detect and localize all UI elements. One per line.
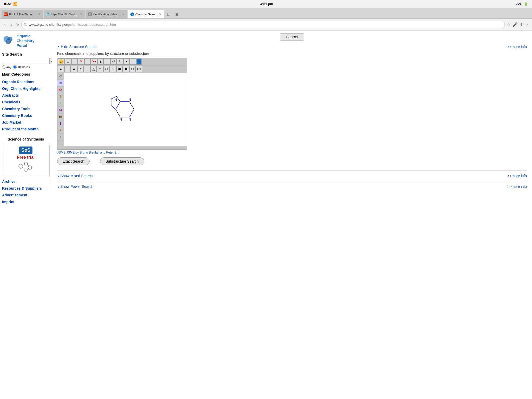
- reload-button[interactable]: ↻: [16, 23, 19, 27]
- jsme-pent-btn[interactable]: ⬠: [103, 66, 110, 72]
- sidebar-item-imprint[interactable]: Imprint: [2, 198, 50, 205]
- top-search-button[interactable]: Search: [280, 33, 304, 41]
- jsme-arrow-btn[interactable]: ⇐: [58, 66, 64, 72]
- jsme-oct-btn[interactable]: ⬡: [129, 66, 136, 72]
- share-button[interactable]: ⬆: [520, 22, 523, 27]
- jsme-sep1: [71, 58, 78, 65]
- jsme-info-btn[interactable]: i: [136, 58, 142, 65]
- jsme-elem-O[interactable]: O: [57, 87, 64, 93]
- radio-any-option[interactable]: any: [2, 65, 11, 69]
- tab4-label: Chemical Search: [135, 13, 157, 16]
- radio-any[interactable]: [2, 65, 5, 69]
- more-info-link-1[interactable]: >>more info: [507, 45, 527, 49]
- sidebar-item-resources[interactable]: Resources & Suppliers: [2, 185, 50, 192]
- jsme-elem-P[interactable]: P: [57, 127, 64, 134]
- show-power-search-link[interactable]: ∨ Show Power Search: [57, 184, 93, 189]
- jsme-hex2-btn[interactable]: ⬢: [116, 66, 123, 72]
- hide-structure-link[interactable]: ∧ Hide Structure Search: [57, 45, 97, 49]
- jsme-delete-r-btn[interactable]: ✕R: [91, 58, 97, 65]
- jsme-elem-F[interactable]: F: [57, 100, 64, 107]
- exact-search-button[interactable]: Exact Search: [57, 157, 90, 165]
- jsme-elem-X[interactable]: X: [57, 134, 64, 141]
- tab4-close[interactable]: ✕: [159, 12, 162, 16]
- sidebar-item-organic-reactions[interactable]: Organic Reactions: [2, 78, 50, 85]
- jsme-elem-N[interactable]: N: [57, 80, 64, 87]
- jsme-single-bond[interactable]: —: [64, 66, 71, 72]
- jsme-link[interactable]: JSME: [57, 151, 65, 154]
- tab2-close[interactable]: ✕: [80, 12, 83, 16]
- svg-line-8: [23, 164, 24, 165]
- substructure-search-button[interactable]: Substructure Search: [100, 157, 144, 165]
- sidebar-item-org-chem[interactable]: Org. Chem. Highlights: [2, 85, 50, 92]
- new-tab-button[interactable]: □: [165, 10, 172, 18]
- jsme-triangle-btn[interactable]: △: [90, 66, 97, 72]
- sidebar-item-chemicals[interactable]: Chemicals: [2, 99, 50, 105]
- jsme-aromatic-btn[interactable]: ~: [84, 66, 90, 72]
- jsme-elem-C[interactable]: C: [57, 73, 64, 80]
- back-button[interactable]: ‹: [3, 21, 7, 28]
- jsme-editor[interactable]: 😊 □ ✕ ✕R ± ↺ ↻ ✕ i ⇐ —: [57, 58, 187, 150]
- site-search-go-button[interactable]: >>: [49, 58, 52, 64]
- url-bar[interactable]: ⓘ www.organic-chemistry.org/chemicals/st…: [21, 21, 505, 28]
- jsme-smile-btn[interactable]: 😊: [58, 58, 65, 65]
- jsme-elem-Cl[interactable]: Cl: [57, 107, 64, 114]
- tab1-close[interactable]: ✕: [38, 12, 41, 16]
- sidebar-item-abstracts[interactable]: Abstracts: [2, 92, 50, 99]
- sidebar-item-archive[interactable]: Archive: [2, 178, 50, 185]
- jsme-pm-btn[interactable]: ±: [97, 58, 104, 65]
- main-categories-title: Main Categories: [2, 72, 50, 76]
- tab-grid-button[interactable]: ⊞: [173, 10, 181, 18]
- bookmark-button[interactable]: ☆: [507, 22, 510, 27]
- jsme-redo-btn[interactable]: ↻: [117, 58, 123, 65]
- jsme-triple-bond[interactable]: ≡: [77, 66, 84, 72]
- tab-2[interactable]: 🌐 https://doc-0c-3s-docs.go... ✕: [44, 10, 85, 18]
- jsme-square-btn[interactable]: □: [97, 66, 103, 72]
- tab2-favicon: 🌐: [46, 12, 50, 16]
- svg-point-4: [19, 164, 23, 168]
- jsme-double-bond[interactable]: =: [71, 66, 77, 72]
- tab-3[interactable]: ⚙ identification - Identify a ✕: [86, 10, 127, 18]
- site-search-input[interactable]: [2, 58, 48, 64]
- svg-line-10: [27, 169, 29, 170]
- more-info-link-2[interactable]: >>more info: [507, 174, 527, 178]
- jsme-elem-Br[interactable]: Br: [57, 114, 64, 120]
- sidebar-item-product-of-month[interactable]: Product of the Month: [2, 126, 50, 132]
- jsme-sep2: [84, 58, 91, 65]
- show-mixed-search-link[interactable]: ∨ Show Mixed Search: [57, 174, 93, 178]
- radio-all-option[interactable]: all words: [13, 65, 30, 69]
- radio-all[interactable]: [13, 65, 17, 69]
- tab-4[interactable]: ● Chemical Search ✕: [128, 10, 164, 18]
- sos-ad: SoS Free trial: [2, 145, 50, 176]
- more-info-link-3[interactable]: >>more info: [507, 184, 527, 189]
- sidebar-item-chemistry-books[interactable]: Chemistry Books: [2, 112, 50, 119]
- tab-1[interactable]: PDF Book 2 The Throne of Fire ✕: [2, 10, 43, 18]
- tab1-label: Book 2 The Throne of Fire: [9, 13, 36, 16]
- sidebar-item-job-market[interactable]: Job Market: [2, 119, 50, 126]
- sos-molecule-art: [4, 160, 48, 174]
- url-actions: ☆ 🎤 ⬆ ⋮: [507, 22, 529, 27]
- jsme-sep3: [104, 58, 110, 65]
- jsme-fg-btn[interactable]: FG: [136, 66, 142, 72]
- jsme-elem-S[interactable]: S: [57, 93, 64, 100]
- forward-button[interactable]: ›: [9, 21, 14, 28]
- jsme-bottom-bar: [57, 146, 187, 149]
- jsme-canvas[interactable]: N N N N: [64, 73, 187, 146]
- sidebar-item-sos[interactable]: Science of Synthesis: [2, 136, 50, 143]
- jsme-rect-btn[interactable]: □: [65, 58, 71, 65]
- jsme-hex3-btn[interactable]: ⬣: [123, 66, 129, 72]
- molecule-drawing: N N N N: [99, 91, 151, 128]
- microphone-button[interactable]: 🎤: [513, 22, 518, 27]
- svg-text:N: N: [129, 117, 131, 121]
- more-button[interactable]: ⋮: [525, 22, 529, 27]
- tab3-close[interactable]: ✕: [122, 12, 125, 16]
- jsme-hex1-btn[interactable]: ⬡: [110, 66, 116, 72]
- svg-line-12: [129, 102, 134, 109]
- jsme-undo-btn[interactable]: ↺: [110, 58, 117, 65]
- jsme-clear-btn[interactable]: ✕: [123, 58, 130, 65]
- jsme-delete-btn[interactable]: ✕: [78, 58, 84, 65]
- sidebar-item-advertisement[interactable]: Advertisement: [2, 192, 50, 198]
- action-buttons: Exact Search Substructure Search: [57, 157, 527, 165]
- jsme-elem-I[interactable]: I: [57, 120, 64, 127]
- main-container: Organic Chemistry Portal Site Search >> …: [0, 31, 532, 399]
- sidebar-item-chemistry-tools[interactable]: Chemistry Tools: [2, 105, 50, 112]
